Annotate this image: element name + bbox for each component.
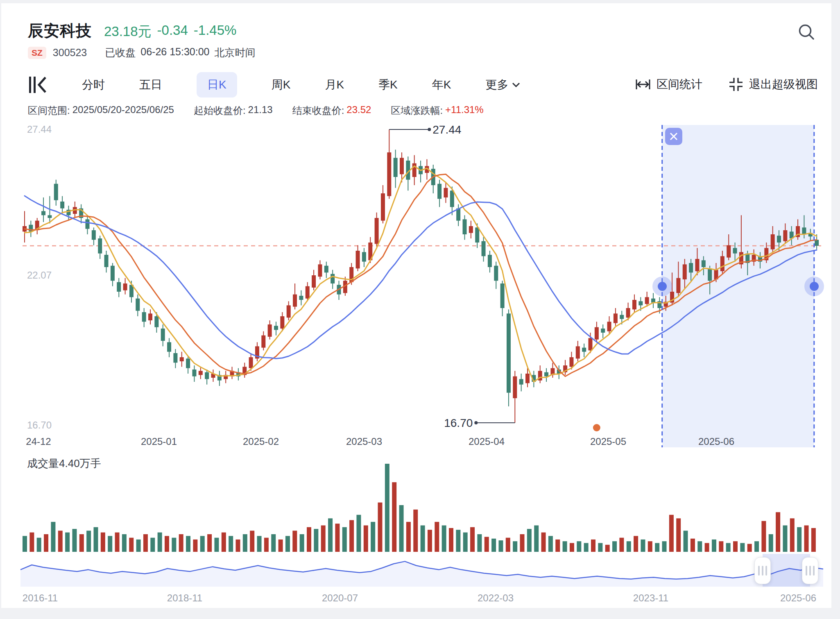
candle-body: [595, 327, 599, 340]
main-x-tick: 2025-03: [346, 436, 382, 447]
range-stats-button[interactable]: 区间统计: [634, 77, 702, 92]
candle-body: [92, 230, 96, 240]
volume-bar: [548, 536, 553, 552]
selection-left-handle[interactable]: [652, 277, 672, 296]
grip-bar: [809, 566, 811, 576]
stat-change-pct: 区域涨跌幅: +11.31%: [391, 104, 483, 117]
candle-body: [569, 357, 573, 367]
volume-bar: [513, 541, 517, 552]
volume-bar: [442, 526, 446, 552]
volume-bar: [179, 534, 183, 552]
volume-bar: [619, 538, 624, 552]
candle-body: [318, 264, 322, 277]
volume-bar: [555, 540, 560, 552]
volume-bar: [570, 543, 574, 552]
candle-body: [287, 305, 291, 317]
candle-body: [525, 374, 530, 383]
kline-logo-button[interactable]: [27, 75, 48, 95]
volume-bar: [165, 536, 169, 552]
navigator-x-tick: 2023-11: [633, 592, 668, 604]
candle-body: [695, 259, 699, 271]
tab-month-k[interactable]: 月K: [325, 72, 344, 97]
candle-body: [702, 260, 706, 267]
volume-bar: [470, 527, 475, 552]
volume-bar: [307, 527, 311, 552]
volume-bar: [94, 527, 98, 552]
candle-body: [469, 226, 473, 233]
candle-body: [117, 282, 121, 292]
candle-body: [632, 300, 636, 309]
tab-five-day[interactable]: 五日: [139, 72, 162, 97]
event-marker-dot: [593, 424, 600, 431]
volume-bar: [719, 541, 723, 552]
volume-bar: [172, 538, 176, 552]
selection-right-handle-dot: [810, 282, 819, 291]
navigator-left-handle[interactable]: [754, 557, 771, 584]
search-button[interactable]: [797, 23, 816, 43]
candle-body: [645, 297, 649, 304]
candle-body: [400, 158, 404, 174]
navigator-right-handle[interactable]: [802, 557, 818, 584]
candle-body: [324, 266, 328, 273]
right-edge: [831, 0, 840, 619]
volume-bar: [243, 534, 247, 552]
volume-bar: [51, 522, 55, 552]
volume-bar: [300, 534, 304, 552]
candle-body: [161, 329, 165, 341]
volume-bar: [65, 533, 70, 552]
candle-body: [513, 376, 517, 398]
volume-bar: [697, 541, 702, 552]
tab-minute[interactable]: 分时: [82, 72, 105, 97]
volume-bar: [769, 534, 773, 552]
volume-bar: [655, 543, 659, 552]
tab-week-k[interactable]: 周K: [272, 72, 291, 97]
tab-quarter-k[interactable]: 季K: [378, 72, 398, 97]
volume-bar: [136, 540, 141, 552]
volume-bar: [364, 526, 368, 552]
candle-body: [306, 286, 310, 299]
selection-close-button[interactable]: [665, 128, 682, 145]
candle-body: [576, 346, 580, 358]
low-annotation-dot: [474, 421, 478, 424]
volume-bar: [627, 541, 631, 552]
stat-start-label: 起始收盘价:: [194, 104, 246, 117]
stock-app-window: 辰安科技 23.18元 -0.34 -1.45% SZ 300523 已收盘 0…: [0, 0, 840, 619]
volume-bar: [761, 521, 766, 552]
volume-bar: [463, 533, 468, 552]
candle-body: [249, 357, 253, 368]
navigator-area: [20, 561, 823, 587]
grip-bar: [762, 566, 763, 576]
grip-bar: [813, 566, 815, 576]
volume-bar: [776, 512, 780, 552]
stat-start-price: 起始收盘价: 21.13: [194, 104, 273, 117]
candle-body: [651, 299, 655, 303]
navigator-x-tick: 2025-06: [780, 592, 816, 604]
volume-bar: [23, 536, 27, 552]
volume-bar: [754, 541, 759, 552]
volume-bar: [456, 530, 460, 552]
left-edge: [0, 0, 1, 619]
candle-body: [199, 371, 203, 375]
current-price: 23.18元: [104, 23, 152, 41]
navigator-x-tick: 2020-07: [322, 592, 358, 604]
tab-year-k[interactable]: 年K: [432, 72, 451, 97]
tab-day-k[interactable]: 日K: [197, 72, 237, 97]
volume-bar: [371, 522, 375, 552]
candle-body: [582, 348, 586, 352]
selection-right-handle[interactable]: [804, 277, 824, 296]
candle-body: [48, 215, 52, 218]
volume-bar: [37, 538, 41, 552]
candle-body: [500, 283, 505, 308]
volume-bar: [491, 539, 496, 552]
candle-body: [142, 312, 146, 322]
stat-range-value: 2025/05/20-2025/06/25: [72, 104, 174, 117]
volume-bar: [264, 538, 269, 552]
stat-start-value: 21.13: [248, 104, 273, 117]
volume-bar: [435, 522, 439, 552]
volume-bar: [605, 545, 610, 552]
exit-superview-button[interactable]: 退出超级视图: [728, 76, 818, 93]
candle-body: [601, 329, 605, 333]
more-dropdown[interactable]: 更多: [485, 77, 521, 93]
candle-body: [111, 266, 115, 281]
volume-bar: [485, 537, 489, 552]
